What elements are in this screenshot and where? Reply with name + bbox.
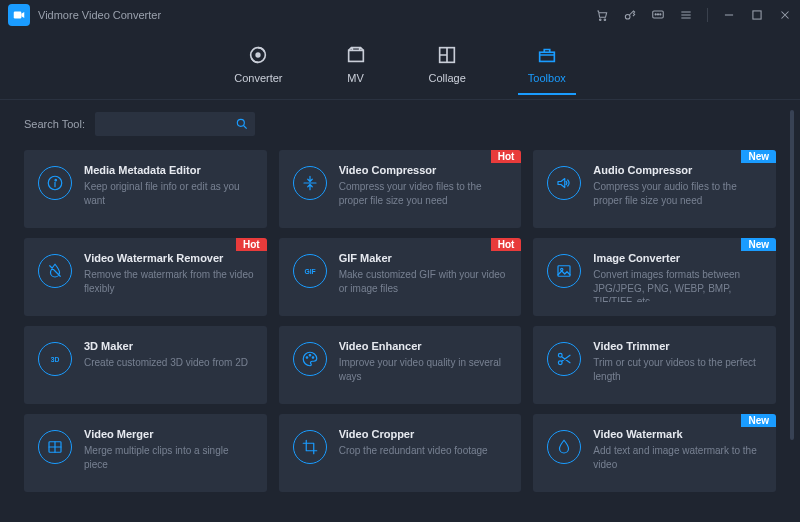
- svg-point-14: [237, 119, 244, 126]
- tool-card-trimmer[interactable]: Video TrimmerTrim or cut your videos to …: [533, 326, 776, 404]
- svg-point-2: [604, 19, 606, 21]
- svg-rect-8: [753, 11, 761, 19]
- tool-desc: Compress your video files to the proper …: [339, 180, 510, 207]
- svg-point-3: [625, 14, 630, 19]
- minimize-icon[interactable]: [722, 8, 736, 22]
- svg-point-7: [660, 14, 661, 15]
- app-title: Vidmore Video Converter: [38, 9, 161, 21]
- tool-title: Video Cropper: [339, 428, 488, 440]
- tool-desc: Trim or cut your videos to the perfect l…: [593, 356, 764, 383]
- tool-card-watermark[interactable]: NewVideo WatermarkAdd text and image wat…: [533, 414, 776, 492]
- svg-rect-0: [14, 12, 22, 19]
- tool-text: Audio CompressorCompress your audio file…: [593, 164, 764, 214]
- key-icon[interactable]: [623, 8, 637, 22]
- tool-card-enhancer[interactable]: Video EnhancerImprove your video quality…: [279, 326, 522, 404]
- main-tabs: Converter MV Collage Toolbox: [0, 30, 800, 100]
- tool-card-gif[interactable]: HotGIF MakerMake customized GIF with you…: [279, 238, 522, 316]
- search-input[interactable]: [95, 112, 255, 136]
- svg-rect-13: [539, 52, 554, 61]
- hot-badge: Hot: [491, 238, 522, 251]
- window-controls: [595, 8, 792, 22]
- tool-title: Video Merger: [84, 428, 255, 440]
- tool-card-cropper[interactable]: Video CropperCrop the redundant video fo…: [279, 414, 522, 492]
- scissors-icon: [547, 342, 581, 376]
- tool-text: Video CompressorCompress your video file…: [339, 164, 510, 214]
- tool-title: Video Compressor: [339, 164, 510, 176]
- tab-mv[interactable]: MV: [339, 40, 373, 94]
- merge-icon: [38, 430, 72, 464]
- tool-text: 3D MakerCreate customized 3D video from …: [84, 340, 248, 390]
- search-box: [95, 112, 255, 136]
- tool-text: GIF MakerMake customized GIF with your v…: [339, 252, 510, 302]
- scrollbar[interactable]: [790, 110, 794, 440]
- tool-desc: Make customized GIF with your video or i…: [339, 268, 510, 295]
- tool-title: Media Metadata Editor: [84, 164, 255, 176]
- tools-grid: Media Metadata EditorKeep original file …: [24, 150, 776, 492]
- cart-icon[interactable]: [595, 8, 609, 22]
- tool-text: Image ConverterConvert images formats be…: [593, 252, 764, 302]
- tab-collage[interactable]: Collage: [423, 40, 472, 94]
- palette-icon: [293, 342, 327, 376]
- tool-text: Video EnhancerImprove your video quality…: [339, 340, 510, 390]
- tool-card-audiocomp[interactable]: NewAudio CompressorCompress your audio f…: [533, 150, 776, 228]
- compress-icon: [293, 166, 327, 200]
- tool-desc: Keep original file info or edit as you w…: [84, 180, 255, 207]
- tab-label: MV: [347, 72, 364, 84]
- search-label: Search Tool:: [24, 118, 85, 130]
- collage-icon: [436, 44, 458, 66]
- search-row: Search Tool:: [24, 112, 776, 136]
- svg-point-6: [657, 14, 658, 15]
- toolbox-icon: [536, 44, 558, 66]
- tool-desc: Add text and image watermark to the vide…: [593, 444, 764, 471]
- tool-card-compressor[interactable]: HotVideo CompressorCompress your video f…: [279, 150, 522, 228]
- tool-card-wmremove[interactable]: HotVideo Watermark RemoverRemove the wat…: [24, 238, 267, 316]
- droplet-icon: [547, 430, 581, 464]
- hot-badge: Hot: [236, 238, 267, 251]
- tool-title: Audio Compressor: [593, 164, 764, 176]
- svg-point-1: [599, 19, 601, 21]
- tool-desc: Remove the watermark from the video flex…: [84, 268, 255, 295]
- audio-icon: [547, 166, 581, 200]
- tool-text: Video MergerMerge multiple clips into a …: [84, 428, 255, 478]
- tool-title: Video Trimmer: [593, 340, 764, 352]
- new-badge: New: [741, 238, 776, 251]
- tool-text: Media Metadata EditorKeep original file …: [84, 164, 255, 214]
- maximize-icon[interactable]: [750, 8, 764, 22]
- feedback-icon[interactable]: [651, 8, 665, 22]
- tool-title: Video Watermark Remover: [84, 252, 255, 264]
- svg-rect-11: [348, 50, 363, 61]
- tab-converter[interactable]: Converter: [228, 40, 288, 94]
- tool-desc: Improve your video quality in several wa…: [339, 356, 510, 383]
- tool-desc: Compress your audio files to the proper …: [593, 180, 764, 207]
- hot-badge: Hot: [491, 150, 522, 163]
- tool-desc: Crop the redundant video footage: [339, 444, 488, 458]
- new-badge: New: [741, 414, 776, 427]
- svg-point-10: [257, 53, 261, 57]
- svg-point-5: [655, 14, 656, 15]
- gif-icon: [293, 254, 327, 288]
- separator: [707, 8, 708, 22]
- toolbox-content: Search Tool: Media Metadata EditorKeep o…: [0, 100, 800, 522]
- tool-card-merger[interactable]: Video MergerMerge multiple clips into a …: [24, 414, 267, 492]
- droplet-off-icon: [38, 254, 72, 288]
- close-icon[interactable]: [778, 8, 792, 22]
- tool-card-imgconv[interactable]: NewImage ConverterConvert images formats…: [533, 238, 776, 316]
- tab-label: Toolbox: [528, 72, 566, 84]
- tool-text: Video TrimmerTrim or cut your videos to …: [593, 340, 764, 390]
- app-logo: [8, 4, 30, 26]
- tool-card-3d[interactable]: 3D MakerCreate customized 3D video from …: [24, 326, 267, 404]
- crop-icon: [293, 430, 327, 464]
- menu-icon[interactable]: [679, 8, 693, 22]
- converter-icon: [247, 44, 269, 66]
- tool-card-metadata[interactable]: Media Metadata EditorKeep original file …: [24, 150, 267, 228]
- mv-icon: [345, 44, 367, 66]
- tool-text: Video WatermarkAdd text and image waterm…: [593, 428, 764, 478]
- new-badge: New: [741, 150, 776, 163]
- image-icon: [547, 254, 581, 288]
- tool-title: 3D Maker: [84, 340, 248, 352]
- tab-toolbox[interactable]: Toolbox: [522, 40, 572, 94]
- tab-label: Collage: [429, 72, 466, 84]
- title-bar: Vidmore Video Converter: [0, 0, 800, 30]
- search-icon[interactable]: [235, 117, 249, 131]
- tool-text: Video CropperCrop the redundant video fo…: [339, 428, 488, 478]
